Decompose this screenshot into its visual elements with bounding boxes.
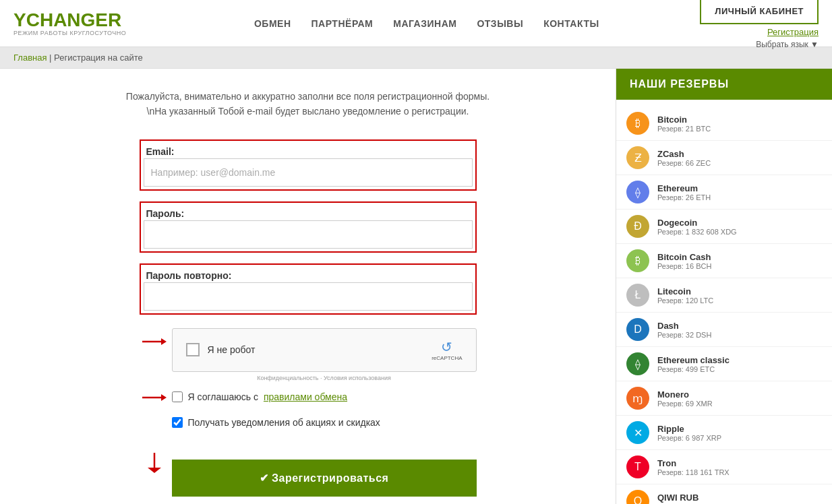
reserve-item[interactable]: Ł Litecoin Резерв: 120 LTC [616,278,832,313]
recaptcha-brand: reCAPTCHA [432,355,462,361]
reserve-icon: ₿ [626,112,649,135]
reserve-item[interactable]: Ð Dogecoin Резерв: 1 832 608 XDG [616,210,832,244]
sidebar: НАШИ РЕЗЕРВЫ ₿ Bitcoin Резерв: 21 BTC Ƶ … [616,69,832,504]
nav-exchange[interactable]: ОБМЕН [254,18,291,29]
reserve-info: ZCash Резерв: 66 ZEC [657,149,822,167]
reserve-item[interactable]: D Dash Резерв: 32 DSH [616,313,832,347]
password-label: Пароль: [144,206,473,220]
cabinet-button[interactable]: ЛИЧНЫЙ КАБИНЕТ [700,0,819,24]
reserve-amount: Резерв: 66 ZEC [657,159,822,167]
header-right: ЛИЧНЫЙ КАБИНЕТ Регистрация Выбрать язык … [700,0,819,49]
lang-selector[interactable]: Выбрать язык ▼ [756,40,819,49]
notifications-row: Получать уведомления об акциях и скидках [140,417,477,436]
reserve-name: Bitcoin Cash [657,252,822,262]
recaptcha-logo: ↺ reCAPTCHA [432,339,462,361]
agree-row: Я соглашаюсь с правилами обмена [140,391,477,410]
reserve-icon: Ł [626,284,649,307]
agree-checkbox-group: Я соглашаюсь с правилами обмена [172,391,348,402]
sidebar-title: НАШИ РЕЗЕРВЫ [616,69,832,100]
registration-form: Email: Пароль: Пароль повт [140,139,477,497]
reserve-name: Ethereum [657,183,822,193]
submit-button[interactable]: ✔ Зарегистрироваться [172,460,477,497]
logo-hanger: HANGER [40,9,121,30]
reserve-icon: ⟠ [626,181,649,203]
reserve-amount: Резерв: 26 ETH [657,193,822,201]
reserve-item[interactable]: Q QIWI RUB Резерв: 18 348 917 RUR [616,484,832,504]
reserve-info: Ripple Резерв: 6 987 XRP [657,424,822,442]
reserve-amount: Резерв: 16 BCH [657,262,822,270]
email-row: Email: [140,139,477,191]
reserve-info: Bitcoin Cash Резерв: 16 BCH [657,252,822,270]
recaptcha-checkbox[interactable] [186,343,200,356]
recaptcha-privacy: Конфиденциальность · Условия использован… [172,375,477,381]
breadcrumb: Главная | Регистрация на сайте [0,47,832,69]
recaptcha-box: Я не робот ↺ reCAPTCHA [172,328,477,372]
reserve-item[interactable]: ⟠ Ethereum Резерв: 26 ETH [616,175,832,210]
reserve-item[interactable]: ✕ Ripple Резерв: 6 987 XRP [616,416,832,450]
content-area: Пожалуйста, внимательно и аккуратно запо… [0,69,616,504]
description-line1: Пожалуйста, внимательно и аккуратно запо… [27,89,589,104]
notifications-checkbox[interactable] [172,417,183,428]
reserve-item[interactable]: Ƶ ZCash Резерв: 66 ZEC [616,141,832,175]
email-input[interactable] [144,158,473,187]
rules-link[interactable]: правилами обмена [264,391,347,402]
register-link[interactable]: Регистрация [767,27,819,37]
reserve-info: QIWI RUB Резерв: 18 348 917 RUR [657,493,822,505]
nav-reviews[interactable]: ОТЗЫВЫ [477,18,523,29]
reserve-amount: Резерв: 21 BTC [657,125,822,133]
reserve-name: Ripple [657,424,822,434]
submit-row: ✔ Зарегистрироваться [140,446,477,497]
password-confirm-input[interactable] [144,282,473,311]
reserve-name: Dogecoin [657,218,822,228]
recaptcha-label: Я не робот [208,344,256,355]
reserve-icon: Ð [626,215,649,238]
reserve-item[interactable]: ₿ Bitcoin Резерв: 21 BTC [616,106,832,141]
nav-contacts[interactable]: КОНТАКТЫ [543,18,599,29]
arrow-to-agree [142,394,167,408]
reserve-item[interactable]: ⟠ Ethereum classic Резерв: 499 ETC [616,347,832,381]
reserve-amount: Резерв: 120 LTC [657,296,822,305]
svg-marker-1 [161,338,167,345]
logo[interactable]: YCHANGER РЕЖИМ РАБОТЫ КРУГЛОСУТОЧНО [13,11,126,36]
reserve-amount: Резерв: 1 832 608 XDG [657,228,822,236]
password-input[interactable] [144,220,473,249]
nav-partners[interactable]: ПАРТНЁРАМ [311,18,374,29]
password-border: Пароль: [140,201,477,253]
svg-marker-5 [148,468,161,473]
email-group: Email: [140,139,477,191]
notifications-checkbox-group: Получать уведомления об акциях и скидках [172,417,380,428]
agree-checkbox[interactable] [172,391,183,402]
reserve-icon: D [626,318,649,341]
nav-shops[interactable]: МАГАЗИНАМ [393,18,456,29]
arrow-to-captcha [142,338,167,352]
reserve-name: Ethereum classic [657,355,822,365]
reserve-icon: ₿ [626,249,649,272]
reserve-amount: Резерв: 32 DSH [657,331,822,339]
reserve-icon: ✕ [626,421,649,444]
recaptcha-row: Я не робот ↺ reCAPTCHA Конфиденциальност… [140,328,477,381]
reserve-item[interactable]: ₿ Bitcoin Cash Резерв: 16 BCH [616,244,832,278]
reserve-amount: Резерв: 69 XMR [657,400,822,408]
reserve-name: Bitcoin [657,115,822,125]
reserve-info: Tron Резерв: 118 161 TRX [657,458,822,476]
reserve-amount: Резерв: 6 987 XRP [657,434,822,442]
svg-marker-3 [161,394,167,401]
password-group: Пароль: [140,201,477,253]
password-confirm-border: Пароль повторно: [140,263,477,315]
password-confirm-label: Пароль повторно: [144,267,473,282]
logo-subtitle: РЕЖИМ РАБОТЫ КРУГЛОСУТОЧНО [13,30,126,36]
breadcrumb-home[interactable]: Главная [13,53,47,63]
email-border: Email: [140,139,477,191]
notifications-text: Получать уведомления об акциях и скидках [188,417,380,428]
reserve-name: Dash [657,321,822,331]
password-row: Пароль: [140,201,477,253]
arrow-to-submit [142,453,167,473]
reserve-info: Monero Резерв: 69 XMR [657,389,822,408]
reserve-name: Tron [657,458,822,468]
agree-text: Я соглашаюсь с [188,391,258,402]
reserve-icon: ⟠ [626,352,649,375]
reserve-item[interactable]: T Tron Резерв: 118 161 TRX [616,450,832,484]
reserve-icon: Ƶ [626,146,649,169]
reserve-item[interactable]: ɱ Monero Резерв: 69 XMR [616,381,832,416]
reserve-name: ZCash [657,149,822,159]
